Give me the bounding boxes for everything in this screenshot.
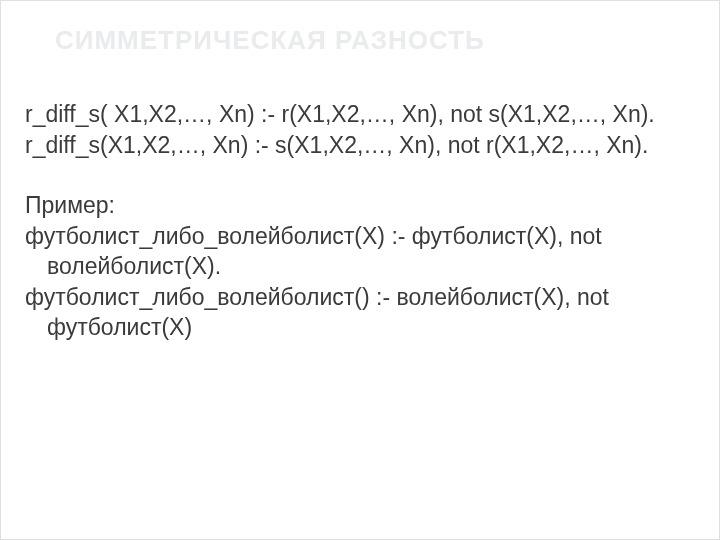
slide: СИММЕТРИЧЕСКАЯ РАЗНОСТЬ r_diff_s( X1,X2,… <box>0 0 720 540</box>
spacer <box>25 163 695 191</box>
example-line-2: футболист_либо_волейболист() :- волейбол… <box>25 283 695 342</box>
example-line-1: футболист_либо_волейболист(Х) :- футболи… <box>25 222 695 281</box>
code-line-1: r_diff_s( X1,X2,…, Xn) :- r(X1,X2,…, Xn)… <box>25 100 695 129</box>
slide-title: СИММЕТРИЧЕСКАЯ РАЗНОСТЬ <box>25 25 695 56</box>
code-line-2: r_diff_s(X1,X2,…, Xn) :- s(X1,X2,…, Xn),… <box>25 131 695 160</box>
example-label: Пример: <box>25 191 695 220</box>
slide-body: r_diff_s( X1,X2,…, Xn) :- r(X1,X2,…, Xn)… <box>25 100 695 342</box>
